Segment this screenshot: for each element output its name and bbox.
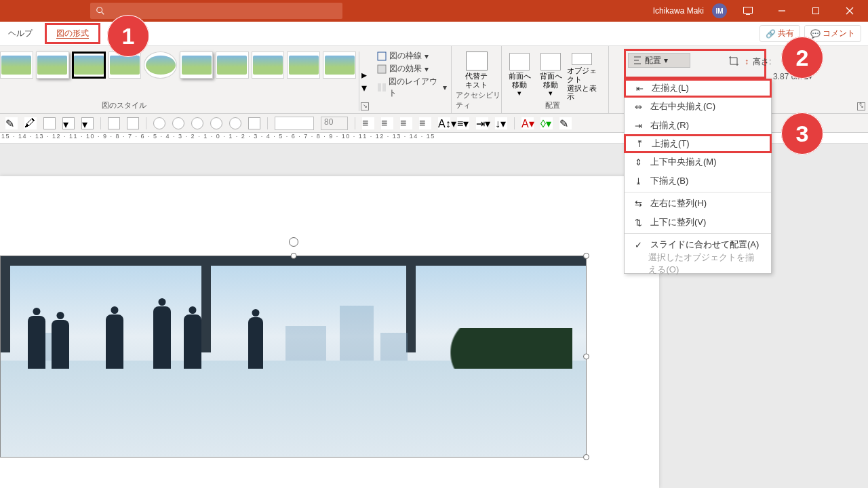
ribbon-display-icon[interactable] [735, 0, 761, 22]
align-center-h-icon: ⇔ [633, 101, 644, 112]
resize-handle-e[interactable] [583, 354, 589, 360]
align-menu: ⇤左揃え(L) ⇔左右中央揃え(C) ⇥右揃え(R) ⤒上揃え(T) ⇕上下中央… [624, 79, 772, 274]
highlight-color-icon[interactable]: ◊▾ [540, 117, 553, 129]
selection-pane-icon [572, 53, 592, 65]
alt-text-icon[interactable] [466, 52, 488, 70]
check-icon: ✓ [633, 239, 644, 250]
font-selector[interactable] [275, 117, 314, 130]
menu-label: 下揃え(B) [650, 175, 688, 187]
menu-align-top[interactable]: ⤒上揃え(T) [624, 134, 772, 153]
arrange-group: 前面へ移動 ▾ 背面へ移動 ▾ オブジェクト選択と表示 配置 [502, 46, 609, 113]
style-thumb-3[interactable] [72, 52, 106, 79]
menu-align-middle[interactable]: ⇕上下中央揃え(M) [625, 152, 771, 171]
indent-icon[interactable]: ⇥▾ [476, 117, 488, 129]
justify-tb-icon[interactable]: ≡ [419, 117, 431, 129]
menu-distribute-h[interactable]: ⇆左右に整列(H) [625, 194, 771, 213]
align-bottom-icon: ⤓ [633, 176, 644, 186]
resize-handle-n[interactable] [290, 253, 296, 259]
shape-outline-icon[interactable]: ▾ [81, 117, 94, 129]
align-left-icon: ⇤ [634, 83, 645, 94]
align-right-tb-icon[interactable]: ≡ [400, 117, 412, 129]
menu-align-right[interactable]: ⇥右揃え(R) [625, 116, 771, 135]
collapse-ribbon-icon[interactable]: ˄ [859, 102, 863, 111]
style-thumb-6[interactable] [180, 52, 213, 79]
callout-1: 1 [107, 15, 149, 57]
align-center-tb-icon[interactable]: ≡ [381, 117, 393, 129]
style-thumb-1[interactable] [0, 52, 33, 79]
picture-layout-button[interactable]: 図のレイアウト ▾ [377, 76, 447, 99]
picture-styles-gallery[interactable]: ▸▾ 図のスタイル ↘ [0, 46, 372, 113]
minimize-icon[interactable] [769, 0, 795, 22]
chevron-down-icon: ▾ [425, 64, 429, 74]
picture-effects-button[interactable]: 図の効果 ▾ [377, 63, 447, 75]
chevron-down-icon: ▾ [425, 52, 429, 61]
callout-2: 2 [781, 37, 823, 79]
menu-label: 上下に整列(V) [650, 216, 706, 228]
svg-rect-2 [744, 7, 753, 14]
chart-icon[interactable] [248, 117, 260, 129]
send-backward-button[interactable]: 背面へ移動 ▾ [536, 53, 566, 101]
align-left-tb-icon[interactable]: ≡ [362, 117, 374, 129]
picture-content [1, 256, 586, 457]
distribute-h-icon: ⇆ [633, 198, 644, 209]
menu-align-center-h[interactable]: ⇔左右中央揃え(C) [625, 97, 771, 116]
svg-rect-11 [382, 83, 386, 92]
pen-icon[interactable]: ✎ [5, 117, 18, 129]
style-thumb-9[interactable] [287, 52, 320, 79]
shape-icon[interactable] [43, 117, 56, 129]
menu-label: 左右に整列(H) [650, 197, 707, 209]
effects-label: 図の効果 [389, 63, 422, 75]
eyedropper-icon[interactable]: ✎ [559, 117, 572, 129]
crop-icon[interactable] [728, 56, 741, 68]
svg-line-1 [102, 12, 104, 15]
table2-icon[interactable] [127, 117, 139, 129]
comment-label: コメント [823, 28, 855, 39]
resize-handle-ne[interactable] [583, 253, 589, 259]
tab-picture-format[interactable]: 図の形式 [45, 23, 100, 44]
font-color-icon[interactable]: A▾ [521, 117, 534, 129]
menu-label: 右揃え(R) [650, 119, 689, 131]
menu-align-bottom[interactable]: ⤓下揃え(B) [625, 171, 771, 190]
maximize-icon[interactable] [803, 0, 829, 22]
tab-help[interactable]: ヘルプ [8, 28, 33, 39]
merge-3-icon[interactable] [191, 117, 203, 129]
effects-icon [377, 64, 387, 74]
align-right-icon: ⇥ [633, 120, 644, 131]
resize-handle-se[interactable] [583, 454, 589, 460]
menu-align-left[interactable]: ⇤左揃え(L) [624, 79, 772, 98]
layout-icon [377, 83, 386, 92]
style-thumb-8[interactable] [252, 52, 285, 79]
user-avatar[interactable]: IM [712, 3, 727, 18]
selection-pane-button[interactable]: オブジェクト選択と表示 [567, 53, 597, 101]
shape-fill-icon[interactable]: ▾ [62, 117, 75, 129]
menu-distribute-v[interactable]: ⇅上下に整列(V) [625, 213, 771, 232]
selected-picture[interactable] [0, 256, 587, 458]
font-size-input[interactable]: 80 [321, 117, 348, 130]
bring-forward-button[interactable]: 前面へ移動 ▾ [505, 53, 534, 101]
styles-dialog-launcher-icon[interactable]: ↘ [361, 102, 369, 110]
close-icon[interactable] [837, 0, 863, 22]
spacing-icon[interactable]: A↕▾ [438, 117, 450, 129]
menu-label: 上下中央揃え(M) [650, 156, 717, 168]
merge-5-icon[interactable] [229, 117, 241, 129]
menu-align-selected: 選択したオブジェクトを揃える(O) [625, 254, 771, 273]
style-thumb-2[interactable] [36, 52, 69, 79]
line-spacing-icon[interactable]: ≡▾ [457, 117, 469, 129]
style-thumb-7[interactable] [216, 52, 249, 79]
picture-format-group: 図の枠線 ▾ 図の効果 ▾ 図のレイアウト ▾ [372, 46, 452, 113]
search-icon [96, 6, 105, 16]
merge-4-icon[interactable] [210, 117, 222, 129]
highlighter-icon[interactable]: 🖍 [24, 117, 37, 129]
style-thumb-5[interactable] [144, 52, 177, 79]
outline-icon [377, 52, 387, 61]
table-icon[interactable] [108, 117, 120, 129]
merge-1-icon[interactable] [153, 117, 165, 129]
rotate-handle-icon[interactable] [289, 237, 298, 247]
accessibility-group: 代替テキスト アクセシビリティ [452, 46, 502, 113]
merge-2-icon[interactable] [172, 117, 184, 129]
style-thumb-10[interactable] [323, 52, 356, 79]
picture-outline-button[interactable]: 図の枠線 ▾ [377, 50, 447, 62]
list-icon[interactable]: ↓▾ [495, 117, 507, 129]
share-label: 共有 [778, 28, 794, 39]
svg-rect-8 [378, 52, 386, 60]
